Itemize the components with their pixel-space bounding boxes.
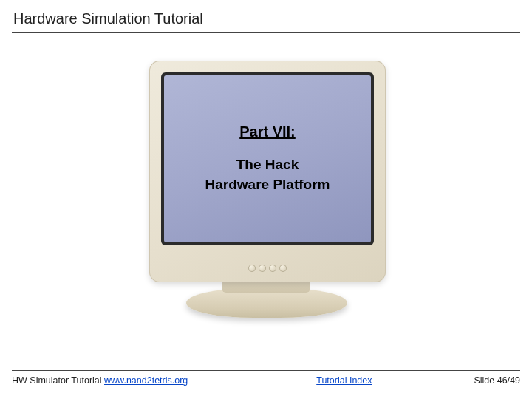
divider-top [12,32,520,33]
knob-icon [269,265,276,272]
divider-bottom [12,370,520,371]
footer-left-prefix: HW Simulator Tutorial [12,375,104,386]
monitor-screen: Part VII: The Hack Hardware Platform [164,75,371,242]
knob-icon [248,265,256,272]
monitor-controls [149,265,386,272]
monitor-base [186,288,347,318]
knob-icon [279,265,287,272]
page-title: Hardware Simulation Tutorial [13,10,519,27]
footer-left: HW Simulator Tutorial www.nand2tetris.or… [12,375,188,386]
slide-counter: Slide 46/49 [474,375,520,386]
monitor-bezel: Part VII: The Hack Hardware Platform [161,72,374,245]
site-link[interactable]: www.nand2tetris.org [104,375,188,386]
footer-row: HW Simulator Tutorial www.nand2tetris.or… [12,375,520,386]
footer: HW Simulator Tutorial www.nand2tetris.or… [12,370,520,386]
slide-stage: Part VII: The Hack Hardware Platform [0,53,532,349]
slide-line-2: Hardware Platform [205,175,330,195]
tutorial-index-link[interactable]: Tutorial Index [316,375,372,386]
crt-monitor-icon: Part VII: The Hack Hardware Platform [149,61,386,282]
footer-center: Tutorial Index [188,375,474,386]
header: Hardware Simulation Tutorial [0,0,532,32]
knob-icon [259,265,266,272]
slide-line-1: The Hack [236,155,299,175]
slide-part-label: Part VII: [239,123,296,140]
